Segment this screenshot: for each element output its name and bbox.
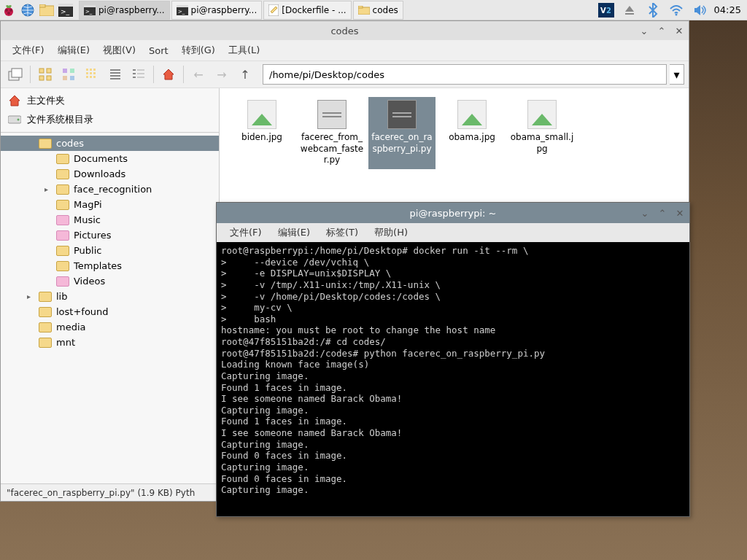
svg-rect-31 [63,76,67,80]
term-menubar: 文件(F)编辑(E)标签(T)帮助(H) [217,223,689,242]
file-manager-launcher-icon[interactable] [38,1,55,19]
web-browser-icon[interactable] [19,1,36,19]
tree-item[interactable]: ▸lib [1,289,219,304]
file-item[interactable]: facerec_on_raspberry_pi.py [368,97,436,169]
svg-rect-49 [137,73,144,74]
tree-item[interactable]: codes [1,136,219,151]
svg-text:>_: >_ [178,9,185,15]
svg-rect-32 [70,76,74,80]
tree-item[interactable]: mnt [1,335,219,350]
bluetooth-icon[interactable] [644,1,662,19]
svg-rect-51 [137,77,144,78]
file-item[interactable]: obama.jpg [438,97,506,169]
svg-rect-38 [93,72,96,74]
view-detail-icon[interactable] [128,64,149,85]
raspberry-menu-icon[interactable] [0,1,18,19]
place-item[interactable]: 主文件夹 [1,91,219,110]
menu-item[interactable]: 工具(L) [222,41,266,60]
svg-rect-50 [133,77,136,78]
directory-tree[interactable]: codesDocumentsDownloads▸face_recognition… [1,133,219,483]
place-item[interactable]: 文件系统根目录 [1,110,219,129]
terminal-output[interactable]: root@raspberrypi:/home/pi/Desktop# docke… [217,242,689,516]
up-icon[interactable]: ↑ [235,64,255,85]
menu-item[interactable]: Sort [143,42,174,59]
tree-item[interactable]: Videos [1,273,219,289]
file-item[interactable]: obama_small.jpg [508,97,576,169]
path-input[interactable]: /home/pi/Desktop/codes [263,64,667,85]
menu-item[interactable]: 文件(F) [222,223,269,242]
minimize-button[interactable]: ⌄ [639,26,649,36]
tree-item[interactable]: Documents [1,151,219,166]
maximize-button[interactable]: ⌃ [657,208,667,218]
taskbar-right: V2 04:25 [597,1,747,19]
menu-item[interactable]: 文件(F) [7,41,50,60]
fm-titlebar[interactable]: codes ⌄ ⌃ ✕ [1,21,689,40]
svg-rect-35 [93,69,96,71]
view-icons-icon[interactable] [35,64,55,85]
svg-point-2 [9,9,12,12]
vnc-icon[interactable]: V2 [597,1,615,19]
taskbar-item[interactable]: >_pi@raspberry... [171,1,263,20]
svg-rect-28 [47,76,51,80]
svg-point-1 [5,9,8,12]
back-icon[interactable]: ← [188,64,209,85]
minimize-button[interactable]: ⌄ [640,208,650,218]
svg-rect-18 [358,6,363,8]
svg-rect-39 [86,76,88,78]
tree-item[interactable]: Public [1,243,219,258]
tree-item[interactable]: MagPi [1,197,219,212]
tree-item[interactable]: Music [1,212,219,228]
svg-text:V: V [600,7,606,15]
svg-text:2: 2 [606,7,611,15]
svg-rect-25 [39,69,44,73]
maximize-button[interactable]: ⌃ [657,26,667,36]
view-list-icon[interactable] [105,64,125,85]
menu-item[interactable]: 编辑(E) [271,223,317,242]
volume-icon[interactable] [691,1,708,19]
svg-rect-24 [12,69,22,77]
tree-item[interactable]: lost+found [1,304,219,319]
svg-rect-11 [84,5,96,7]
svg-rect-8 [58,4,73,7]
menu-item[interactable]: 标签(T) [319,223,365,242]
menu-item[interactable]: 转到(G) [176,41,221,60]
tree-item[interactable]: Pictures [1,228,219,243]
file-item[interactable]: biden.jpg [228,97,295,169]
svg-rect-29 [63,69,67,73]
taskbar-item[interactable]: >_pi@raspberry... [79,1,170,20]
term-title: pi@raspberrypi: ~ [410,208,497,219]
wifi-icon[interactable] [667,1,685,19]
clock[interactable]: 04:25 [714,4,741,15]
terminal-launcher-icon[interactable]: >_ [57,1,74,19]
forward-icon[interactable]: → [212,64,232,85]
view-thumbs-icon[interactable] [58,64,79,85]
eject-icon[interactable] [621,1,638,19]
term-titlebar[interactable]: pi@raspberrypi: ~ ⌄ ⌃ ✕ [217,203,689,223]
taskbar-item[interactable]: [Dockerfile - ... [263,1,351,20]
svg-point-22 [675,13,677,15]
svg-rect-33 [86,69,88,71]
svg-rect-46 [133,69,136,71]
file-item[interactable]: facerec_from_webcam_faster.py [298,97,365,169]
tree-item[interactable]: Downloads [1,166,219,182]
menu-item[interactable]: 帮助(H) [367,223,415,242]
home-icon[interactable] [158,64,179,85]
svg-text:>_: >_ [61,8,70,15]
close-button[interactable]: ✕ [675,208,685,218]
new-tab-icon[interactable] [5,64,26,85]
svg-rect-36 [86,72,88,74]
taskbar-item[interactable]: codes [353,1,403,20]
path-dropdown-icon[interactable]: ▾ [670,64,684,85]
close-button[interactable]: ✕ [674,26,684,36]
view-compact-icon[interactable] [82,64,102,85]
menu-item[interactable]: 编辑(E) [52,41,96,60]
svg-rect-40 [90,76,92,78]
tree-item[interactable]: media [1,319,219,335]
tree-item[interactable]: Templates [1,258,219,273]
tree-item[interactable]: ▸face_recognition [1,182,219,197]
svg-rect-48 [133,73,136,74]
svg-rect-27 [39,76,44,80]
menu-item[interactable]: 视图(V) [97,41,142,60]
svg-rect-47 [137,69,144,71]
fm-toolbar: ← → ↑ /home/pi/Desktop/codes ▾ [1,61,689,88]
